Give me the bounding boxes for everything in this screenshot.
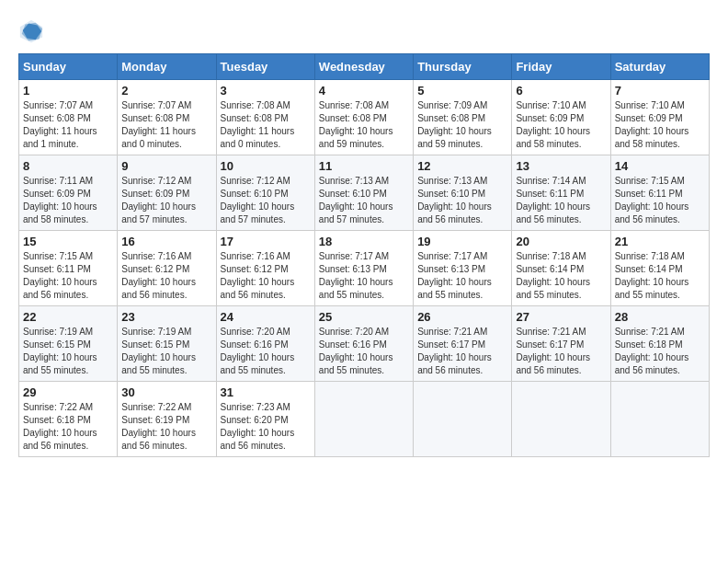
- day-info: Sunrise: 7:19 AM Sunset: 6:15 PM Dayligh…: [121, 326, 211, 377]
- day-number: 21: [615, 235, 705, 248]
- day-number: 18: [319, 235, 409, 248]
- day-info: Sunrise: 7:22 AM Sunset: 6:18 PM Dayligh…: [23, 401, 113, 453]
- weekday-header: Sunday: [19, 54, 118, 80]
- weekday-header: Wednesday: [314, 54, 413, 80]
- day-info: Sunrise: 7:15 AM Sunset: 6:11 PM Dayligh…: [615, 175, 705, 226]
- calendar-week-row: 22Sunrise: 7:19 AM Sunset: 6:15 PM Dayli…: [19, 306, 710, 382]
- day-number: 7: [615, 84, 705, 98]
- day-number: 29: [23, 385, 113, 399]
- calendar-day-cell: 26Sunrise: 7:21 AM Sunset: 6:17 PM Dayli…: [414, 306, 512, 382]
- day-info: Sunrise: 7:17 AM Sunset: 6:13 PM Dayligh…: [417, 250, 507, 302]
- calendar-day-cell: 29Sunrise: 7:22 AM Sunset: 6:18 PM Dayli…: [19, 382, 118, 457]
- calendar-day-cell: 31Sunrise: 7:23 AM Sunset: 6:20 PM Dayli…: [216, 382, 314, 457]
- day-info: Sunrise: 7:10 AM Sunset: 6:09 PM Dayligh…: [615, 99, 705, 151]
- calendar-day-cell: 6Sunrise: 7:10 AM Sunset: 6:09 PM Daylig…: [512, 80, 610, 155]
- day-info: Sunrise: 7:23 AM Sunset: 6:20 PM Dayligh…: [221, 401, 311, 453]
- day-number: 28: [615, 310, 705, 324]
- day-info: Sunrise: 7:21 AM Sunset: 6:17 PM Dayligh…: [516, 326, 606, 377]
- calendar-day-cell: 19Sunrise: 7:17 AM Sunset: 6:13 PM Dayli…: [414, 231, 512, 306]
- calendar-day-cell: 10Sunrise: 7:12 AM Sunset: 6:10 PM Dayli…: [216, 155, 314, 231]
- day-number: 13: [516, 159, 606, 173]
- day-info: Sunrise: 7:07 AM Sunset: 6:08 PM Dayligh…: [121, 99, 211, 151]
- day-info: Sunrise: 7:15 AM Sunset: 6:11 PM Dayligh…: [23, 250, 113, 302]
- calendar-day-cell: 16Sunrise: 7:16 AM Sunset: 6:12 PM Dayli…: [118, 231, 216, 306]
- day-info: Sunrise: 7:16 AM Sunset: 6:12 PM Dayligh…: [121, 250, 211, 302]
- calendar-body: 1Sunrise: 7:07 AM Sunset: 6:08 PM Daylig…: [19, 80, 710, 457]
- day-number: 12: [417, 159, 507, 173]
- day-info: Sunrise: 7:18 AM Sunset: 6:14 PM Dayligh…: [615, 250, 705, 302]
- day-info: Sunrise: 7:13 AM Sunset: 6:10 PM Dayligh…: [319, 175, 409, 226]
- day-info: Sunrise: 7:16 AM Sunset: 6:12 PM Dayligh…: [221, 250, 311, 302]
- day-number: 9: [121, 159, 211, 173]
- calendar: SundayMondayTuesdayWednesdayThursdayFrid…: [18, 53, 710, 457]
- day-info: Sunrise: 7:11 AM Sunset: 6:09 PM Dayligh…: [23, 175, 113, 226]
- calendar-day-cell: 2Sunrise: 7:07 AM Sunset: 6:08 PM Daylig…: [118, 80, 216, 155]
- calendar-day-cell: 21Sunrise: 7:18 AM Sunset: 6:14 PM Dayli…: [610, 231, 709, 306]
- calendar-day-cell: 5Sunrise: 7:09 AM Sunset: 6:08 PM Daylig…: [414, 80, 512, 155]
- calendar-day-cell: 14Sunrise: 7:15 AM Sunset: 6:11 PM Dayli…: [610, 155, 709, 231]
- day-info: Sunrise: 7:19 AM Sunset: 6:15 PM Dayligh…: [23, 326, 113, 377]
- day-info: Sunrise: 7:20 AM Sunset: 6:16 PM Dayligh…: [319, 326, 409, 377]
- calendar-day-cell: 4Sunrise: 7:08 AM Sunset: 6:08 PM Daylig…: [314, 80, 413, 155]
- day-number: 6: [516, 84, 606, 98]
- calendar-day-cell: 20Sunrise: 7:18 AM Sunset: 6:14 PM Dayli…: [512, 231, 610, 306]
- calendar-day-cell: 22Sunrise: 7:19 AM Sunset: 6:15 PM Dayli…: [19, 306, 118, 382]
- day-info: Sunrise: 7:12 AM Sunset: 6:10 PM Dayligh…: [221, 175, 311, 226]
- weekday-row: SundayMondayTuesdayWednesdayThursdayFrid…: [19, 54, 710, 80]
- calendar-day-cell: 13Sunrise: 7:14 AM Sunset: 6:11 PM Dayli…: [512, 155, 610, 231]
- weekday-header: Tuesday: [216, 54, 314, 80]
- day-info: Sunrise: 7:09 AM Sunset: 6:08 PM Dayligh…: [417, 99, 507, 151]
- day-info: Sunrise: 7:13 AM Sunset: 6:10 PM Dayligh…: [417, 175, 507, 226]
- day-number: 10: [221, 159, 311, 173]
- day-info: Sunrise: 7:07 AM Sunset: 6:08 PM Dayligh…: [23, 99, 113, 151]
- calendar-day-cell: [610, 382, 709, 457]
- day-number: 25: [319, 310, 409, 324]
- logo: [18, 18, 48, 44]
- calendar-week-row: 1Sunrise: 7:07 AM Sunset: 6:08 PM Daylig…: [19, 80, 710, 155]
- calendar-day-cell: 27Sunrise: 7:21 AM Sunset: 6:17 PM Dayli…: [512, 306, 610, 382]
- day-number: 16: [121, 235, 211, 248]
- day-number: 31: [221, 385, 311, 399]
- weekday-header: Thursday: [414, 54, 512, 80]
- day-info: Sunrise: 7:08 AM Sunset: 6:08 PM Dayligh…: [319, 99, 409, 151]
- day-info: Sunrise: 7:22 AM Sunset: 6:19 PM Dayligh…: [121, 401, 211, 453]
- calendar-day-cell: [512, 382, 610, 457]
- day-number: 27: [516, 310, 606, 324]
- calendar-day-cell: 3Sunrise: 7:08 AM Sunset: 6:08 PM Daylig…: [216, 80, 314, 155]
- day-number: 23: [121, 310, 211, 324]
- day-number: 3: [221, 84, 311, 98]
- calendar-week-row: 15Sunrise: 7:15 AM Sunset: 6:11 PM Dayli…: [19, 231, 710, 306]
- calendar-day-cell: 7Sunrise: 7:10 AM Sunset: 6:09 PM Daylig…: [610, 80, 709, 155]
- calendar-day-cell: 1Sunrise: 7:07 AM Sunset: 6:08 PM Daylig…: [19, 80, 118, 155]
- calendar-day-cell: 8Sunrise: 7:11 AM Sunset: 6:09 PM Daylig…: [19, 155, 118, 231]
- day-info: Sunrise: 7:20 AM Sunset: 6:16 PM Dayligh…: [221, 326, 311, 377]
- calendar-day-cell: 17Sunrise: 7:16 AM Sunset: 6:12 PM Dayli…: [216, 231, 314, 306]
- calendar-day-cell: 25Sunrise: 7:20 AM Sunset: 6:16 PM Dayli…: [314, 306, 413, 382]
- day-number: 5: [417, 84, 507, 98]
- calendar-day-cell: 15Sunrise: 7:15 AM Sunset: 6:11 PM Dayli…: [19, 231, 118, 306]
- day-number: 26: [417, 310, 507, 324]
- day-number: 8: [23, 159, 113, 173]
- day-number: 24: [221, 310, 311, 324]
- day-number: 4: [319, 84, 409, 98]
- day-number: 1: [23, 84, 113, 98]
- calendar-day-cell: 30Sunrise: 7:22 AM Sunset: 6:19 PM Dayli…: [118, 382, 216, 457]
- day-info: Sunrise: 7:21 AM Sunset: 6:18 PM Dayligh…: [615, 326, 705, 377]
- day-info: Sunrise: 7:18 AM Sunset: 6:14 PM Dayligh…: [516, 250, 606, 302]
- weekday-header: Monday: [118, 54, 216, 80]
- calendar-day-cell: [314, 382, 413, 457]
- day-number: 19: [417, 235, 507, 248]
- logo-icon: [18, 18, 44, 44]
- day-number: 15: [23, 235, 113, 248]
- day-info: Sunrise: 7:17 AM Sunset: 6:13 PM Dayligh…: [319, 250, 409, 302]
- calendar-day-cell: 11Sunrise: 7:13 AM Sunset: 6:10 PM Dayli…: [314, 155, 413, 231]
- calendar-day-cell: 24Sunrise: 7:20 AM Sunset: 6:16 PM Dayli…: [216, 306, 314, 382]
- calendar-header: SundayMondayTuesdayWednesdayThursdayFrid…: [19, 54, 710, 80]
- calendar-day-cell: 28Sunrise: 7:21 AM Sunset: 6:18 PM Dayli…: [610, 306, 709, 382]
- calendar-week-row: 29Sunrise: 7:22 AM Sunset: 6:18 PM Dayli…: [19, 382, 710, 457]
- day-info: Sunrise: 7:12 AM Sunset: 6:09 PM Dayligh…: [121, 175, 211, 226]
- day-info: Sunrise: 7:08 AM Sunset: 6:08 PM Dayligh…: [221, 99, 311, 151]
- calendar-day-cell: 18Sunrise: 7:17 AM Sunset: 6:13 PM Dayli…: [314, 231, 413, 306]
- day-number: 20: [516, 235, 606, 248]
- calendar-week-row: 8Sunrise: 7:11 AM Sunset: 6:09 PM Daylig…: [19, 155, 710, 231]
